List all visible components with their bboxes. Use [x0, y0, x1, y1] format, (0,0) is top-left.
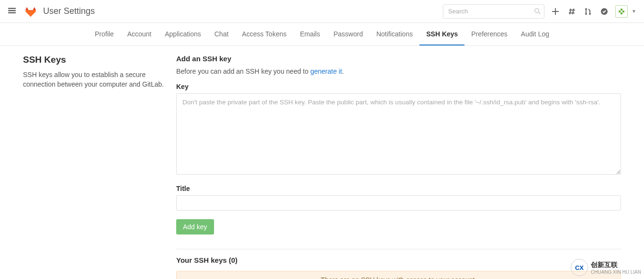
content: SSH Keys SSH keys allow you to establish… — [0, 46, 644, 279]
watermark: CX 创新互联 CHUANG XIN HU LIAN — [571, 259, 641, 276]
tab-applications[interactable]: Applications — [158, 23, 208, 45]
side-desc: SSH keys allow you to establish a secure… — [23, 70, 167, 89]
main: Add an SSH key Before you can add an SSH… — [176, 55, 621, 279]
search-icon[interactable] — [534, 8, 541, 16]
watermark-text: 创新互联 CHUANG XIN HU LIAN — [591, 261, 641, 275]
tab-preferences[interactable]: Preferences — [464, 23, 514, 45]
search-input[interactable] — [443, 4, 544, 19]
hash-icon[interactable] — [566, 6, 577, 17]
todo-icon[interactable] — [599, 6, 610, 17]
title-input[interactable] — [176, 195, 621, 211]
side-heading: SSH Keys — [23, 55, 167, 65]
svg-rect-8 — [622, 11, 624, 12]
menu-icon[interactable] — [8, 6, 16, 16]
svg-rect-9 — [621, 12, 622, 14]
svg-point-3 — [585, 13, 587, 15]
svg-point-0 — [535, 8, 539, 12]
caret-down-icon[interactable]: ▼ — [632, 9, 636, 14]
tab-password[interactable]: Password — [327, 23, 369, 45]
svg-line-1 — [539, 12, 541, 14]
svg-rect-7 — [619, 11, 621, 12]
tab-ssh-keys[interactable]: SSH Keys — [419, 23, 464, 45]
empty-keys-alert: There are no SSH keys with access to you… — [176, 271, 621, 279]
watermark-logo-icon: CX — [571, 259, 588, 276]
search-box — [443, 4, 544, 19]
gitlab-logo-icon[interactable] — [25, 6, 36, 17]
tab-profile[interactable]: Profile — [88, 23, 121, 45]
plus-icon[interactable] — [550, 6, 561, 17]
page-title: User Settings — [43, 6, 95, 16]
intro-prefix: Before you can add an SSH key you need t… — [176, 67, 310, 75]
tab-access-tokens[interactable]: Access Tokens — [235, 23, 293, 45]
form-heading: Add an SSH key — [176, 55, 621, 63]
generate-link[interactable]: generate it — [310, 67, 342, 75]
divider — [176, 249, 621, 249]
tab-chat[interactable]: Chat — [208, 23, 236, 45]
watermark-sub: CHUANG XIN HU LIAN — [591, 269, 641, 275]
keys-heading: Your SSH keys (0) — [176, 256, 621, 264]
form-intro: Before you can add an SSH key you need t… — [176, 67, 621, 75]
tab-account[interactable]: Account — [121, 23, 158, 45]
topbar-right: ▼ — [443, 4, 636, 19]
user-avatar[interactable] — [615, 5, 628, 18]
title-label: Title — [176, 185, 621, 192]
tab-emails[interactable]: Emails — [293, 23, 327, 45]
sidebar: SSH Keys SSH keys allow you to establish… — [23, 55, 167, 279]
svg-point-4 — [589, 13, 591, 15]
merge-request-icon[interactable] — [583, 6, 593, 17]
tab-notifications[interactable]: Notifications — [370, 23, 419, 45]
svg-point-2 — [585, 8, 587, 10]
svg-rect-6 — [621, 9, 622, 11]
intro-suffix: . — [342, 67, 344, 75]
topbar: User Settings ▼ — [0, 0, 644, 23]
settings-subnav: Profile Account Applications Chat Access… — [0, 23, 644, 46]
key-textarea[interactable] — [176, 93, 621, 175]
add-key-button[interactable]: Add key — [176, 219, 214, 234]
key-label: Key — [176, 83, 621, 90]
tab-audit-log[interactable]: Audit Log — [514, 23, 556, 45]
watermark-brand: 创新互联 — [591, 261, 641, 269]
